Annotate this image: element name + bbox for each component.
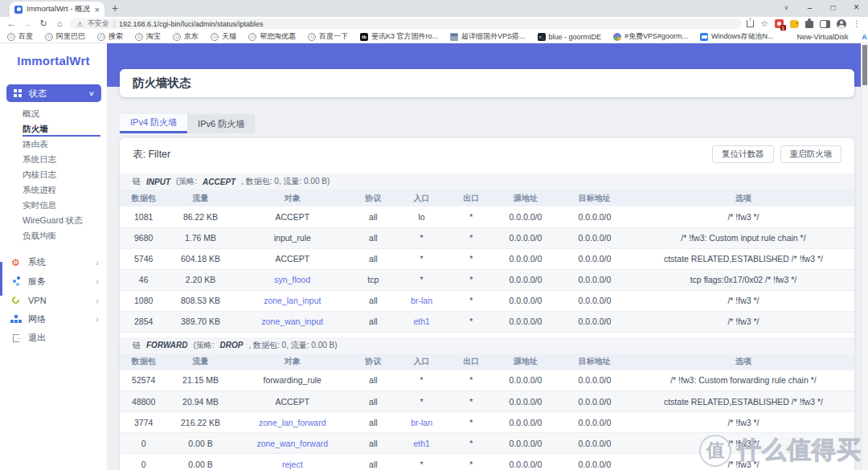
page-scrollbar[interactable] [861,43,868,470]
sidebar-item-services[interactable]: 服务› [0,272,107,292]
address-bar[interactable]: ⚠ 不安全 | 192.168.6.1/cgi-bin/luci/admin/s… [70,18,742,29]
bookmark-item[interactable]: A使用 PowerShell... [860,31,868,42]
window-minimize-button[interactable]: – [798,0,821,14]
restart-firewall-button[interactable]: 重启防火墙 [780,145,842,163]
tab-ipv6-firewall[interactable]: IPv6 防火墙 [187,114,255,133]
chain-block-input: 链INPUT(策略:ACCEPT, 数据包: 0, 流量: 0.00 B)数据包… [120,174,854,333]
table-row: 3774216.22 KBzone_lan_forwardallbr-lan*0… [120,412,854,433]
extensions-puzzle-icon[interactable] [805,21,813,28]
sidebar-item-status-sub[interactable]: WireGuard 状态 [23,213,100,228]
bookmark-item[interactable]: #免费VPS#goorm... [613,31,688,42]
cell-destination: 0.0.0.0/0 [557,412,633,433]
yellow-extension-icon[interactable] [790,20,799,28]
sidebar-item-gear[interactable]: ⚙系统› [0,253,107,272]
share-icon[interactable] [747,20,754,27]
chain-link[interactable]: zone_wan_forward [256,439,328,448]
sidebar-item-vpn[interactable]: VPN› [0,291,107,310]
back-icon[interactable]: ← [6,19,17,28]
browser-menu-icon[interactable]: ⋮ [853,19,861,28]
browser-chrome: ImmortalWrt - 概况 - LuCI × + ∨ – □ × ← → … [0,0,868,43]
bookmark-item[interactable]: 淘宝 [135,31,161,42]
new-tab-button[interactable]: + [112,2,118,14]
security-label: 不安全 [88,18,109,29]
chain-link[interactable]: eth1 [413,317,429,326]
cell-traffic: 86.22 KB [167,206,233,227]
sidebar-item-status-sub[interactable]: 概况 [23,106,100,121]
sidebar-item-network[interactable]: 网络› [0,310,107,329]
browser-tab[interactable]: ImmortalWrt - 概况 - LuCI × [10,2,104,17]
bookmark-label: #免费VPS#goorm... [624,31,688,42]
chain-link[interactable]: syn_flood [274,275,310,284]
bookmark-item[interactable]: New-VirtualDisk [786,33,849,41]
reset-counters-button[interactable]: 复位计数器 [712,145,774,163]
table-row: 5257421.15 MBforwarding_ruleall**0.0.0.0… [120,370,854,391]
sidebar-item-logout[interactable]: 退出 [0,329,107,348]
bookmark-label: 阿里巴巴 [56,31,85,42]
firewall-status-card: 表: Filter 复位计数器 重启防火墙 链INPUT(策略:ACCEPT, … [120,138,854,470]
sidebar-item-label: VPN [28,296,47,305]
cell-source: 0.0.0.0/0 [494,433,557,454]
cell-packets: 5746 [120,248,167,269]
title-card: 防火墙状态 [120,69,854,97]
window-menu-icon[interactable]: ∨ [775,0,798,14]
bookmark-item[interactable]: 超详细国外VPS搭... [450,31,526,42]
bookmark-label: 百度 [18,31,33,42]
cell-options: /* !fw3 */ [633,206,854,227]
chain-link[interactable]: zone_wan_input [262,317,323,326]
sidebar-item-status-sub[interactable]: 路由表 [23,137,100,152]
sidebar-scroll-indicator[interactable] [0,262,2,296]
window-close-button[interactable]: × [845,0,868,14]
home-icon[interactable]: ⌂ [54,19,65,28]
cell-protocol: all [351,370,395,391]
sidebar-item-status-sub[interactable]: 内核日志 [23,167,100,182]
table-row: 00.00 Brejectall**0.0.0.0/00.0.0.0/0/* !… [120,454,854,470]
cell-target: zone_wan_forward [234,433,351,454]
bookmark-item[interactable]: tb斐讯K3 官方固件ro... [360,31,438,42]
profile-avatar[interactable] [837,19,846,29]
tab-close-icon[interactable]: × [95,5,100,14]
chain-link[interactable]: eth1 [413,439,429,448]
side-panel-icon[interactable] [820,20,830,28]
bookmark-item[interactable]: 百度 [7,31,33,42]
reload-icon[interactable]: ↻ [38,19,49,28]
bookmark-item[interactable]: 百度一下 [308,31,348,42]
chain-link[interactable]: zone_lan_forward [259,418,326,427]
bookmark-item[interactable]: >_blue - goormIDE [538,33,602,41]
chain-link[interactable]: br-lan [411,296,432,305]
sidebar-item-status-sub[interactable]: 实时信息 [23,198,100,213]
cell-options: /* !fw3: Custom forwarding rule chain */ [633,370,854,391]
tab-ipv4-firewall[interactable]: IPv4 防火墙 [120,114,187,133]
sidebar-item-label: 退出 [28,332,46,344]
bookmark-item[interactable]: 阿里巴巴 [45,31,85,42]
sidebar-item-firewall-active[interactable]: 防火墙 [23,121,100,137]
forward-icon[interactable]: → [22,19,33,28]
cell-destination: 0.0.0.0/0 [557,269,633,290]
chain-link[interactable]: reject [282,460,303,469]
cell-packets: 2854 [120,311,167,332]
chain-link[interactable]: zone_lan_input [264,296,321,305]
window-maximize-button[interactable]: □ [821,0,845,14]
bookmark-label: 京东 [184,31,199,42]
cell-packets: 48800 [120,391,167,412]
extension-badge: 1 [780,25,786,31]
sidebar-item-status-sub[interactable]: 系统进程 [23,182,100,198]
scrollbar-thumb[interactable] [862,45,867,85]
sidebar-item-status-sub[interactable]: 系统日志 [23,152,100,167]
bookmark-item[interactable]: 天猫 [211,31,236,42]
bookmark-item[interactable]: 京东 [173,31,199,42]
sidebar-item-status-sub[interactable]: 负载均衡 [23,228,100,243]
bookmark-item[interactable]: 帮您淘优惠 [248,31,296,42]
adblock-extension-icon[interactable]: 1 [775,19,784,28]
bookmark-item[interactable]: 搜索 [97,31,123,42]
bookmark-item[interactable]: Windows存储池N... [700,31,774,42]
bookmark-label: 帮您淘优惠 [260,31,296,42]
bookmark-star-icon[interactable]: ☆ [760,18,768,29]
chain-link[interactable]: br-lan [411,418,432,427]
cell-destination: 0.0.0.0/0 [557,248,633,269]
table-title: 表: Filter [133,148,170,161]
chevron-right-icon: › [96,258,99,268]
cell-options: /* !fw3 */ [633,412,854,433]
cell-traffic: 2.20 KB [167,269,233,290]
sidebar-item-status[interactable]: 状态 ∨ [6,84,101,102]
column-header-out: 出口 [448,190,495,206]
